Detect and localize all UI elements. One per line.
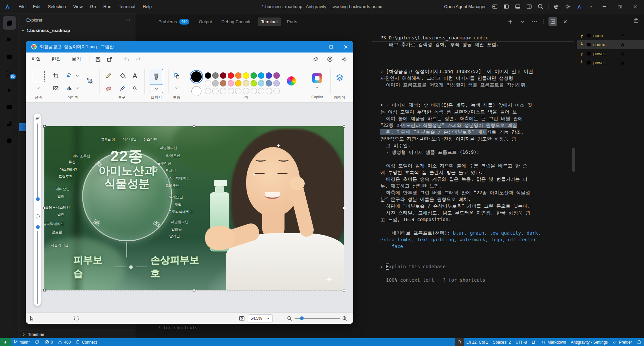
color-swatch-empty[interactable]: [258, 88, 264, 94]
terminal-instance-powe[interactable]: ┌powe...: [577, 49, 644, 58]
color-swatch-empty[interactable]: [205, 88, 211, 94]
terminal-instance-node[interactable]: ┌node: [577, 31, 644, 40]
rectangle-select-tool[interactable]: [32, 71, 45, 82]
panel-tab-problems[interactable]: Problems460: [155, 17, 193, 26]
paint-minimize-button[interactable]: [309, 41, 324, 53]
remote-indicator[interactable]: [0, 338, 11, 346]
panel-tab-debug-console[interactable]: Debug Console: [218, 18, 255, 26]
paint-canvas[interactable]: 22종 아미노산과 식물성분 글루타민시스테인히스티딘패널알라닌타이로신아이소루…: [26, 103, 353, 312]
panel-tab-output[interactable]: Output: [195, 18, 215, 26]
canvas-slider-strip[interactable]: [34, 113, 41, 306]
fill-tool-icon[interactable]: [119, 72, 126, 79]
selected-file-strip[interactable]: [19, 123, 26, 131]
paint-maximize-button[interactable]: [324, 41, 338, 53]
color-swatch[interactable]: [235, 80, 241, 86]
color-swatch-empty[interactable]: [220, 88, 226, 94]
status-sync[interactable]: [32, 338, 42, 346]
color-swatch[interactable]: [266, 72, 272, 79]
undo-icon[interactable]: [121, 54, 132, 64]
status-notifications[interactable]: [634, 338, 644, 346]
selection-handle[interactable]: [43, 125, 46, 128]
pencil-tool-icon[interactable]: [105, 72, 112, 79]
magnifier-tool-icon[interactable]: [132, 86, 138, 91]
shapes-tool-icon[interactable]: [173, 72, 180, 79]
color-swatch-empty[interactable]: [212, 88, 219, 94]
explorer-more-icon[interactable]: [125, 17, 131, 23]
timeline-section[interactable]: Timeline: [19, 331, 136, 338]
color-swatch-empty[interactable]: [235, 88, 241, 94]
selection-handle[interactable]: [343, 289, 345, 291]
menu-file[interactable]: File: [15, 2, 29, 11]
rotate-chevron-icon[interactable]: [75, 74, 80, 78]
brush-tool-selected[interactable]: [150, 69, 163, 84]
search-icon[interactable]: [535, 2, 545, 11]
terminal-output[interactable]: PS D:\gpters\1.business_roadmap> codex 태…: [380, 34, 575, 283]
new-terminal-button[interactable]: [506, 17, 515, 26]
slider-thumb[interactable]: [36, 225, 40, 229]
close-panel-button[interactable]: [561, 17, 569, 26]
activity-item-search[interactable]: [3, 33, 16, 46]
status-encoding[interactable]: UTF-8: [513, 338, 529, 346]
selection-handle[interactable]: [343, 125, 345, 128]
layout-grid-icon[interactable]: [490, 2, 500, 11]
slider-track[interactable]: [37, 231, 38, 304]
color-swatch-empty[interactable]: [273, 88, 280, 94]
eyedropper-tool-icon[interactable]: [119, 85, 126, 92]
gear-icon[interactable]: [563, 2, 573, 11]
color-swatch[interactable]: [258, 72, 264, 79]
selection-handle[interactable]: [193, 289, 195, 291]
panel-tab-terminal[interactable]: Terminal: [258, 18, 281, 26]
color-swatch[interactable]: [205, 72, 211, 79]
slider-thumb[interactable]: [36, 197, 40, 201]
zoom-level-dropdown[interactable]: 64.5%: [248, 314, 273, 322]
color-swatch[interactable]: [235, 72, 241, 79]
activity-item-explorer[interactable]: [3, 16, 16, 30]
paint-title-bar[interactable]: 화장품광고_생성이미지1.png - 그림판: [26, 41, 353, 53]
secondary-color-selector[interactable]: [191, 86, 201, 96]
chevron-down-icon[interactable]: [585, 2, 596, 11]
megaphone-icon[interactable]: [310, 54, 321, 64]
share-icon[interactable]: [104, 54, 115, 64]
edit-colors-picker-icon[interactable]: [287, 76, 296, 85]
open-agent-manager-button[interactable]: Open Agent Manager: [444, 4, 486, 9]
color-swatch[interactable]: [212, 80, 219, 86]
menu-edit[interactable]: Edit: [29, 2, 44, 11]
paint-close-button[interactable]: [338, 41, 353, 53]
color-swatch[interactable]: [220, 72, 226, 79]
text-tool-icon[interactable]: A: [132, 72, 137, 80]
activity-item-remote-explorer[interactable]: [3, 100, 16, 114]
color-swatch[interactable]: [273, 72, 280, 79]
color-swatch[interactable]: [266, 80, 272, 86]
color-swatch[interactable]: [273, 80, 280, 86]
restore-button[interactable]: [612, 1, 627, 12]
menu-view[interactable]: View: [70, 2, 86, 11]
terminal-instance-codex[interactable]: └codex: [577, 40, 644, 49]
activity-item-inbox[interactable]: [3, 50, 16, 63]
color-swatch[interactable]: [251, 72, 257, 79]
toggle-secondary-sidebar-icon[interactable]: [524, 2, 534, 11]
paint-settings-gear-icon[interactable]: [338, 54, 350, 64]
color-swatch[interactable]: [228, 80, 234, 86]
crop-tool-icon[interactable]: [53, 73, 59, 79]
activity-item-extensions[interactable]: [3, 117, 16, 131]
rotate-tool-icon[interactable]: [66, 73, 72, 79]
maximize-panel-button[interactable]: [548, 17, 557, 26]
menu-terminal[interactable]: Terminal: [115, 2, 139, 11]
selection-handle[interactable]: [193, 125, 195, 128]
menu-run[interactable]: Run: [100, 2, 115, 11]
resize-tool-icon[interactable]: [86, 77, 93, 84]
toggle-panel-icon[interactable]: [513, 2, 523, 11]
agent-logo-icon[interactable]: [574, 2, 584, 11]
zoom-in-icon[interactable]: [342, 315, 348, 321]
zoom-out-icon[interactable]: [287, 315, 293, 321]
color-swatch-empty[interactable]: [266, 88, 272, 94]
color-swatch[interactable]: [251, 80, 257, 86]
selection-handle[interactable]: [43, 207, 46, 209]
color-swatch-empty[interactable]: [228, 88, 234, 94]
color-swatch[interactable]: [205, 80, 211, 86]
brush-chevron-icon[interactable]: [150, 84, 163, 93]
select-all-tool-icon[interactable]: [53, 85, 59, 92]
terminal-profile-chevron-icon[interactable]: [518, 17, 527, 26]
shapes-chevron-icon[interactable]: [175, 86, 179, 91]
flip-tool-icon[interactable]: [66, 85, 72, 92]
